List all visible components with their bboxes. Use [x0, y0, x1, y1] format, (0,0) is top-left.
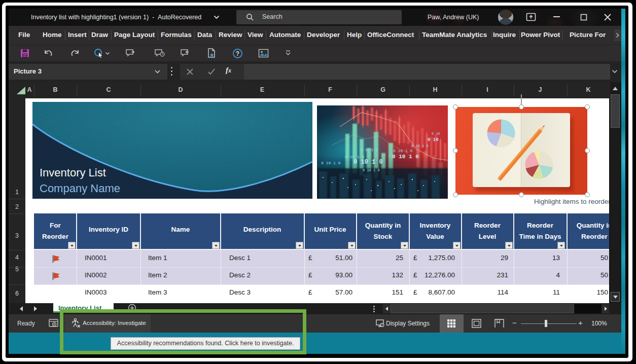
- svg-text:0 10 1 0: 0 10 1 0: [321, 161, 341, 165]
- svg-text:0 10: 0 10: [432, 132, 440, 136]
- svg-text:?: ?: [236, 50, 239, 57]
- svg-text:0 10 1 0: 0 10 1 0: [363, 168, 380, 172]
- svg-text:Inventory List: Inventory List: [40, 166, 106, 179]
- svg-text:0 10: 0 10: [428, 137, 439, 142]
- svg-text:0 10 1 0: 0 10 1 0: [393, 149, 413, 153]
- svg-text:0 10 1 0: 0 10 1 0: [411, 144, 429, 148]
- svg-text:0 10 1 0: 0 10 1 0: [392, 154, 419, 160]
- svg-text:0 10 1 0: 0 10 1 0: [354, 159, 383, 166]
- svg-text:0 10 1 0: 0 10 1 0: [361, 148, 378, 152]
- svg-text:Company Name: Company Name: [40, 182, 120, 195]
